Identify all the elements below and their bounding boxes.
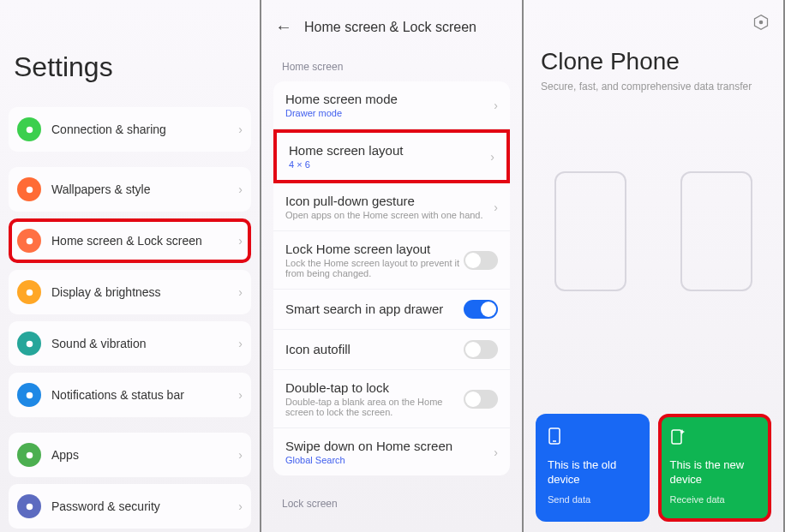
toggle-switch[interactable]: [464, 251, 498, 270]
option-double-tap-to-lock[interactable]: Double-tap to lockDouble-tap a blank are…: [273, 370, 510, 428]
chevron-right-icon: ›: [238, 285, 243, 299]
chevron-right-icon: ›: [494, 445, 498, 459]
settings-item-sound-vibration[interactable]: Sound & vibration›: [9, 321, 251, 366]
toggle-switch[interactable]: [464, 390, 498, 409]
old-device-text: This is the old device: [548, 458, 638, 487]
settings-item-label: Apps: [51, 448, 238, 462]
chevron-right-icon: ›: [238, 388, 243, 402]
settings-title: Settings: [0, 0, 260, 107]
phone-outlines: [524, 93, 783, 291]
svg-point-10: [759, 21, 762, 23]
settings-item-icon: [17, 280, 41, 304]
chevron-right-icon: ›: [494, 99, 498, 112]
svg-point-6: [26, 451, 33, 458]
chevron-right-icon: ›: [238, 448, 243, 462]
svg-point-5: [26, 392, 33, 398]
option-icon-autofill[interactable]: Icon autofill: [273, 330, 510, 370]
chevron-right-icon: ›: [494, 200, 498, 214]
option-title: Swipe down on Home screen: [285, 439, 498, 453]
settings-item-icon: [17, 332, 41, 356]
toggle-switch[interactable]: [464, 300, 498, 319]
option-subtitle: 4 × 6: [289, 159, 494, 170]
option-subtitle: Open apps on the Home screen with one ha…: [285, 210, 498, 220]
chevron-right-icon: ›: [238, 182, 243, 196]
settings-item-label: Sound & vibration: [51, 337, 238, 350]
settings-item-icon: [17, 229, 41, 253]
option-title: Double-tap to lock: [285, 380, 464, 395]
option-smart-search-in-app-drawer[interactable]: Smart search in app drawer: [273, 290, 510, 330]
settings-item-icon: [17, 494, 41, 518]
option-subtitle: Global Search: [285, 455, 498, 465]
option-title: Home screen mode: [285, 92, 498, 106]
option-title: Icon autofill: [285, 342, 464, 356]
phone-icon: [548, 427, 638, 448]
device-buttons: This is the old device Send data This is…: [536, 414, 771, 522]
settings-item-wallpapers-style[interactable]: Wallpapers & style›: [9, 167, 251, 212]
settings-item-apps[interactable]: Apps›: [9, 433, 251, 477]
svg-point-1: [26, 186, 33, 193]
option-subtitle: Lock the Home screen layout to prevent i…: [285, 258, 464, 278]
settings-item-connection-sharing[interactable]: Connection & sharing›: [9, 107, 251, 152]
phone-sparkle-icon: [670, 427, 760, 448]
settings-item-label: Notifications & status bar: [51, 388, 238, 402]
header-row: ← Home screen & Lock screen: [261, 0, 522, 47]
chevron-right-icon: ›: [238, 337, 243, 350]
old-device-action: Send data: [548, 494, 638, 505]
option-home-screen-layout[interactable]: Home screen layout4 × 6›: [273, 129, 510, 183]
settings-item-display-brightness[interactable]: Display & brightness›: [9, 270, 251, 314]
settings-item-icon: [17, 117, 41, 141]
phone-outline-left: [554, 171, 626, 291]
section-label-lock: Lock screen: [261, 484, 522, 518]
svg-point-4: [26, 340, 33, 347]
back-arrow-icon[interactable]: ←: [275, 17, 292, 37]
option-title: Smart search in app drawer: [285, 302, 464, 316]
clone-phone-subtitle: Secure, fast, and comprehensive data tra…: [524, 81, 783, 93]
new-device-action: Receive data: [670, 494, 760, 505]
svg-rect-13: [672, 430, 681, 444]
old-device-button[interactable]: This is the old device Send data: [536, 414, 650, 522]
chevron-right-icon: ›: [238, 234, 243, 248]
svg-point-7: [26, 503, 33, 510]
settings-item-label: Display & brightness: [51, 285, 238, 299]
new-device-text: This is the new device: [670, 458, 760, 487]
header-title: Home screen & Lock screen: [304, 20, 476, 35]
phone-outline-right: [680, 171, 752, 291]
clone-phone-panel: Clone Phone Secure, fast, and comprehens…: [524, 0, 785, 532]
new-device-button[interactable]: This is the new device Receive data: [658, 414, 772, 522]
chevron-right-icon: ›: [490, 150, 494, 164]
svg-point-2: [26, 237, 33, 244]
settings-item-icon: [17, 177, 41, 201]
option-list: Home screen modeDrawer mode›Home screen …: [261, 81, 522, 475]
option-icon-pull-down-gesture[interactable]: Icon pull-down gestureOpen apps on the H…: [273, 183, 510, 231]
clone-phone-title: Clone Phone: [524, 0, 783, 81]
settings-item-label: Home screen & Lock screen: [51, 234, 238, 248]
chevron-right-icon: ›: [238, 499, 243, 513]
option-lock-home-screen-layout[interactable]: Lock Home screen layoutLock the Home scr…: [273, 231, 510, 290]
settings-item-icon: [17, 443, 41, 467]
chevron-right-icon: ›: [238, 123, 243, 136]
toggle-switch[interactable]: [464, 340, 498, 359]
option-title: Icon pull-down gesture: [285, 194, 498, 208]
option-title: Lock Home screen layout: [285, 242, 464, 256]
settings-item-home-screen-lock-screen[interactable]: Home screen & Lock screen›: [9, 218, 251, 263]
option-title: Home screen layout: [289, 143, 494, 158]
section-label-home: Home screen: [261, 47, 522, 81]
settings-item-label: Password & security: [51, 499, 238, 513]
hexagon-icon[interactable]: [752, 14, 770, 34]
option-subtitle: Double-tap a blank area on the Home scre…: [285, 397, 464, 417]
home-lock-screen-panel: ← Home screen & Lock screen Home screen …: [261, 0, 524, 532]
settings-panel: Settings Connection & sharing›Wallpapers…: [0, 0, 261, 532]
option-swipe-down-on-home-screen[interactable]: Swipe down on Home screenGlobal Search›: [273, 428, 510, 475]
svg-point-0: [26, 126, 33, 133]
option-home-screen-mode[interactable]: Home screen modeDrawer mode›: [273, 81, 510, 129]
settings-item-label: Wallpapers & style: [51, 182, 238, 196]
settings-list: Connection & sharing›Wallpapers & style›…: [0, 107, 260, 532]
svg-point-3: [26, 289, 33, 296]
settings-item-notifications-status-bar[interactable]: Notifications & status bar›: [9, 373, 251, 417]
option-subtitle: Drawer mode: [285, 108, 498, 118]
settings-item-icon: [17, 383, 41, 407]
settings-item-label: Connection & sharing: [51, 123, 238, 136]
settings-item-password-security[interactable]: Password & security›: [9, 484, 251, 529]
